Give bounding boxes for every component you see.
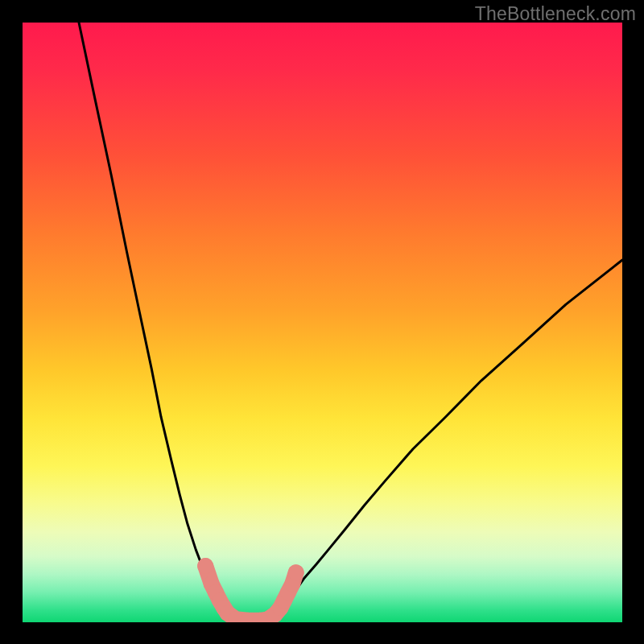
- marker-dot: [197, 558, 213, 574]
- plot-area: [23, 23, 622, 622]
- curve-layer: [23, 23, 622, 622]
- right-curve: [272, 260, 622, 619]
- left-curve: [79, 23, 233, 619]
- marker-dot: [288, 564, 304, 580]
- watermark-text: TheBottleneck.com: [475, 3, 636, 25]
- chart-frame: TheBottleneck.com: [0, 0, 644, 644]
- bottom-marker-segment: [197, 558, 304, 622]
